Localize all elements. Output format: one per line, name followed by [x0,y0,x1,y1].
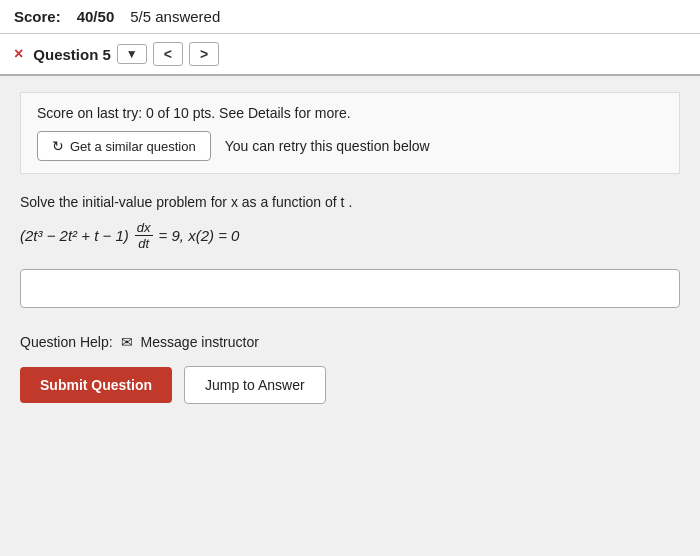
similar-question-row: ↻ Get a similar question You can retry t… [37,131,663,161]
question-nav: × Question 5 ▼ < > [0,34,700,76]
problem-equation: (2t³ − 2t² + t − 1) dx dt = 9, x(2) = 0 [20,220,680,251]
similar-question-button[interactable]: ↻ Get a similar question [37,131,211,161]
refresh-icon: ↻ [52,138,64,154]
retry-text: You can retry this question below [225,138,430,154]
score-info-box: Score on last try: 0 of 10 pts. See Deta… [20,92,680,174]
equation-suffix: = 9, x(2) = 0 [159,227,240,244]
submit-question-button[interactable]: Submit Question [20,367,172,403]
score-value: 40/50 [77,8,115,25]
equation-prefix: (2t³ − 2t² + t − 1) [20,227,129,244]
question-help: Question Help: ✉ Message instructor [20,334,680,350]
question-dropdown-button[interactable]: ▼ [117,44,147,64]
problem-section: Solve the initial-value problem for x as… [20,194,680,324]
buttons-row: Submit Question Jump to Answer [20,366,680,404]
message-instructor-link[interactable]: Message instructor [141,334,259,350]
score-detail-line: Score on last try: 0 of 10 pts. See Deta… [37,105,663,121]
question-label: Question 5 [33,46,111,63]
prev-question-button[interactable]: < [153,42,183,66]
score-label: Score: [14,8,61,25]
next-question-button[interactable]: > [189,42,219,66]
fraction-denominator: dt [136,236,151,251]
main-content: Score on last try: 0 of 10 pts. See Deta… [0,76,700,556]
fraction-numerator: dx [135,220,153,236]
question-help-label: Question Help: [20,334,113,350]
answer-input[interactable] [20,269,680,308]
score-bar: Score: 40/50 5/5 answered [0,0,700,34]
x-mark-icon: × [14,45,23,63]
mail-icon: ✉ [121,334,133,350]
answered-label: 5/5 answered [130,8,220,25]
fraction: dx dt [135,220,153,251]
jump-to-answer-button[interactable]: Jump to Answer [184,366,326,404]
similar-btn-label: Get a similar question [70,139,196,154]
problem-intro: Solve the initial-value problem for x as… [20,194,680,210]
